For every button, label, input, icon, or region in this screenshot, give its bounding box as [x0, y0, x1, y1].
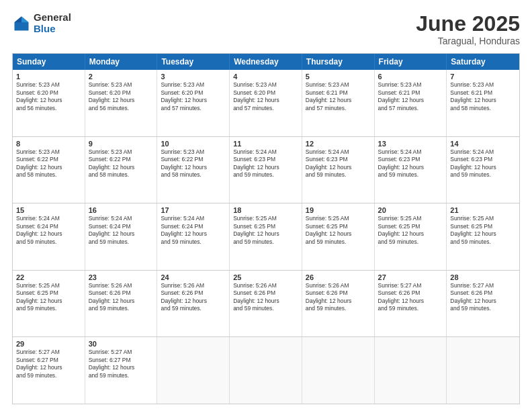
cal-cell-1-3: 11Sunrise: 5:24 AM Sunset: 6:23 PM Dayli…: [230, 137, 302, 203]
calendar-body: 1Sunrise: 5:23 AM Sunset: 6:20 PM Daylig…: [13, 70, 519, 404]
day-num-0-4: 5: [306, 73, 371, 81]
day-info-0-4: Sunrise: 5:23 AM Sunset: 6:21 PM Dayligh…: [306, 81, 371, 112]
logo-blue-text: Blue: [34, 24, 71, 35]
day-info-0-1: Sunrise: 5:23 AM Sunset: 6:20 PM Dayligh…: [89, 81, 154, 112]
cal-cell-2-3: 18Sunrise: 5:25 AM Sunset: 6:25 PM Dayli…: [230, 203, 302, 270]
cal-cell-4-2: [157, 337, 230, 404]
cal-cell-4-4: [302, 337, 375, 404]
cal-cell-3-3: 25Sunrise: 5:26 AM Sunset: 6:26 PM Dayli…: [230, 271, 302, 337]
day-num-0-1: 2: [89, 73, 154, 81]
day-info-3-5: Sunrise: 5:27 AM Sunset: 6:26 PM Dayligh…: [378, 282, 443, 313]
week-row-1: 8Sunrise: 5:23 AM Sunset: 6:22 PM Daylig…: [13, 136, 519, 203]
week-row-4: 29Sunrise: 5:27 AM Sunset: 6:27 PM Dayli…: [13, 336, 519, 404]
cal-cell-2-4: 19Sunrise: 5:25 AM Sunset: 6:25 PM Dayli…: [302, 203, 375, 270]
cal-cell-0-3: 4Sunrise: 5:23 AM Sunset: 6:20 PM Daylig…: [230, 70, 302, 136]
day-info-0-5: Sunrise: 5:23 AM Sunset: 6:21 PM Dayligh…: [378, 81, 443, 112]
day-num-1-6: 14: [450, 140, 516, 148]
day-info-1-6: Sunrise: 5:24 AM Sunset: 6:23 PM Dayligh…: [450, 148, 516, 179]
location-subtitle: Taragual, Honduras: [416, 36, 520, 46]
cal-cell-0-5: 6Sunrise: 5:23 AM Sunset: 6:21 PM Daylig…: [375, 70, 447, 136]
cal-cell-1-2: 10Sunrise: 5:23 AM Sunset: 6:22 PM Dayli…: [157, 137, 230, 203]
day-num-3-2: 24: [161, 273, 226, 281]
cal-cell-2-6: 21Sunrise: 5:25 AM Sunset: 6:25 PM Dayli…: [447, 203, 519, 270]
day-info-1-3: Sunrise: 5:24 AM Sunset: 6:23 PM Dayligh…: [233, 148, 298, 179]
header-sunday: Sunday: [13, 54, 85, 70]
day-info-2-3: Sunrise: 5:25 AM Sunset: 6:25 PM Dayligh…: [233, 215, 298, 246]
day-info-4-0: Sunrise: 5:27 AM Sunset: 6:27 PM Dayligh…: [16, 349, 81, 379]
day-num-0-5: 6: [378, 73, 443, 81]
header-monday: Monday: [85, 54, 158, 70]
day-info-2-2: Sunrise: 5:24 AM Sunset: 6:24 PM Dayligh…: [161, 215, 226, 246]
header-saturday: Saturday: [447, 54, 519, 70]
day-info-2-5: Sunrise: 5:25 AM Sunset: 6:25 PM Dayligh…: [378, 215, 443, 246]
cal-cell-1-0: 8Sunrise: 5:23 AM Sunset: 6:22 PM Daylig…: [13, 137, 85, 203]
day-info-0-2: Sunrise: 5:23 AM Sunset: 6:20 PM Dayligh…: [161, 81, 226, 112]
day-info-3-0: Sunrise: 5:25 AM Sunset: 6:25 PM Dayligh…: [16, 282, 81, 313]
calendar: Sunday Monday Tuesday Wednesday Thursday…: [12, 53, 520, 404]
day-info-0-0: Sunrise: 5:23 AM Sunset: 6:20 PM Dayligh…: [16, 81, 81, 112]
logo-general-text: General: [34, 12, 71, 24]
day-num-3-0: 22: [16, 273, 81, 281]
cal-cell-4-6: [447, 337, 519, 404]
cal-cell-3-5: 27Sunrise: 5:27 AM Sunset: 6:26 PM Dayli…: [375, 271, 447, 337]
day-num-3-1: 23: [89, 273, 154, 281]
day-info-3-1: Sunrise: 5:26 AM Sunset: 6:26 PM Dayligh…: [89, 282, 154, 313]
header-tuesday: Tuesday: [157, 54, 230, 70]
day-num-2-6: 21: [450, 206, 516, 214]
day-num-4-1: 30: [89, 340, 154, 348]
logo-text: General Blue: [34, 12, 71, 34]
cal-cell-2-2: 17Sunrise: 5:24 AM Sunset: 6:24 PM Dayli…: [157, 203, 230, 270]
cal-cell-0-0: 1Sunrise: 5:23 AM Sunset: 6:20 PM Daylig…: [13, 70, 85, 136]
cal-cell-2-1: 16Sunrise: 5:24 AM Sunset: 6:24 PM Dayli…: [85, 203, 158, 270]
cal-cell-3-2: 24Sunrise: 5:26 AM Sunset: 6:26 PM Dayli…: [157, 271, 230, 337]
page: General Blue June 2025 Taragual, Hondura…: [0, 0, 532, 411]
day-num-3-4: 26: [306, 273, 371, 281]
day-info-1-0: Sunrise: 5:23 AM Sunset: 6:22 PM Dayligh…: [16, 148, 81, 179]
day-info-1-1: Sunrise: 5:23 AM Sunset: 6:22 PM Dayligh…: [89, 148, 154, 179]
day-info-2-4: Sunrise: 5:25 AM Sunset: 6:25 PM Dayligh…: [306, 215, 371, 246]
cal-cell-4-3: [230, 337, 302, 404]
cal-cell-3-1: 23Sunrise: 5:26 AM Sunset: 6:26 PM Dayli…: [85, 271, 158, 337]
cal-cell-4-1: 30Sunrise: 5:27 AM Sunset: 6:27 PM Dayli…: [85, 337, 158, 404]
day-info-1-4: Sunrise: 5:24 AM Sunset: 6:23 PM Dayligh…: [306, 148, 371, 179]
day-info-0-6: Sunrise: 5:23 AM Sunset: 6:21 PM Dayligh…: [450, 81, 516, 112]
day-info-1-2: Sunrise: 5:23 AM Sunset: 6:22 PM Dayligh…: [161, 148, 226, 179]
day-info-1-5: Sunrise: 5:24 AM Sunset: 6:23 PM Dayligh…: [378, 148, 443, 179]
day-info-3-3: Sunrise: 5:26 AM Sunset: 6:26 PM Dayligh…: [233, 282, 298, 313]
cal-cell-4-0: 29Sunrise: 5:27 AM Sunset: 6:27 PM Dayli…: [13, 337, 85, 404]
svg-marker-2: [15, 16, 22, 22]
header-wednesday: Wednesday: [230, 54, 302, 70]
day-info-0-3: Sunrise: 5:23 AM Sunset: 6:20 PM Dayligh…: [233, 81, 298, 112]
header-friday: Friday: [375, 54, 447, 70]
day-info-2-1: Sunrise: 5:24 AM Sunset: 6:24 PM Dayligh…: [89, 215, 154, 246]
cal-cell-2-0: 15Sunrise: 5:24 AM Sunset: 6:24 PM Dayli…: [13, 203, 85, 270]
day-num-1-1: 9: [89, 140, 154, 148]
day-num-1-3: 11: [233, 140, 298, 148]
day-num-3-6: 28: [450, 273, 516, 281]
calendar-header: Sunday Monday Tuesday Wednesday Thursday…: [13, 54, 519, 70]
header: General Blue June 2025 Taragual, Hondura…: [12, 12, 520, 46]
month-title: June 2025: [416, 12, 520, 36]
cal-cell-0-2: 3Sunrise: 5:23 AM Sunset: 6:20 PM Daylig…: [157, 70, 230, 136]
day-num-0-2: 3: [161, 73, 226, 81]
cal-cell-1-5: 13Sunrise: 5:24 AM Sunset: 6:23 PM Dayli…: [375, 137, 447, 203]
cal-cell-3-4: 26Sunrise: 5:26 AM Sunset: 6:26 PM Dayli…: [302, 271, 375, 337]
cal-cell-4-5: [375, 337, 447, 404]
cal-cell-1-4: 12Sunrise: 5:24 AM Sunset: 6:23 PM Dayli…: [302, 137, 375, 203]
day-num-3-3: 25: [233, 273, 298, 281]
day-num-2-3: 18: [233, 206, 298, 214]
day-num-2-0: 15: [16, 206, 81, 214]
day-info-2-0: Sunrise: 5:24 AM Sunset: 6:24 PM Dayligh…: [16, 215, 81, 246]
day-num-2-2: 17: [161, 206, 226, 214]
day-num-1-4: 12: [306, 140, 371, 148]
cal-cell-3-0: 22Sunrise: 5:25 AM Sunset: 6:25 PM Dayli…: [13, 271, 85, 337]
svg-marker-1: [21, 16, 29, 22]
day-num-2-4: 19: [306, 206, 371, 214]
day-num-0-0: 1: [16, 73, 81, 81]
day-num-0-3: 4: [233, 73, 298, 81]
day-info-3-4: Sunrise: 5:26 AM Sunset: 6:26 PM Dayligh…: [306, 282, 371, 313]
day-info-3-6: Sunrise: 5:27 AM Sunset: 6:26 PM Dayligh…: [450, 282, 516, 313]
day-info-2-6: Sunrise: 5:25 AM Sunset: 6:25 PM Dayligh…: [450, 215, 516, 246]
cal-cell-1-1: 9Sunrise: 5:23 AM Sunset: 6:22 PM Daylig…: [85, 137, 158, 203]
cal-cell-3-6: 28Sunrise: 5:27 AM Sunset: 6:26 PM Dayli…: [447, 271, 519, 337]
